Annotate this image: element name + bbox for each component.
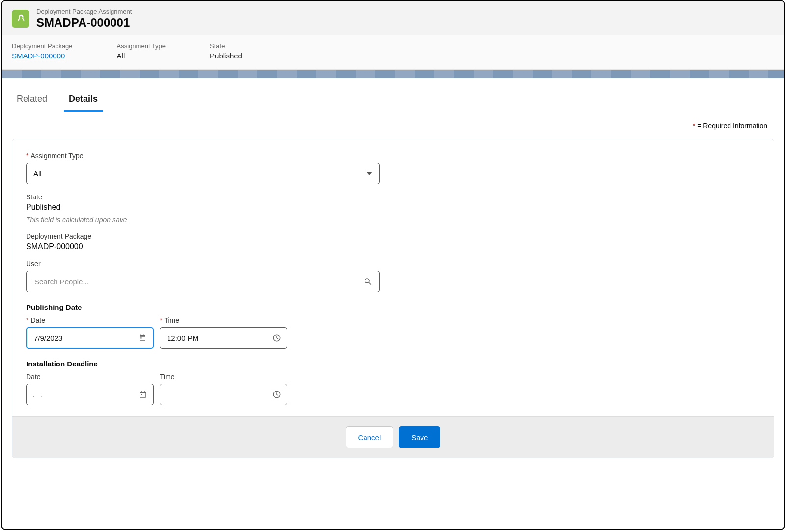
required-note: * = Required Information (2, 112, 784, 133)
dpkg-value: SMADP-000000 (26, 242, 380, 251)
hl-state-value: Published (210, 52, 242, 60)
hl-dpkg-link[interactable]: SMADP-000000 (12, 52, 65, 60)
assignment-type-select[interactable]: All (26, 163, 380, 184)
inst-date-input[interactable]: . . (26, 384, 154, 405)
state-value: Published (26, 203, 380, 212)
object-label: Deployment Package Assignment (36, 8, 132, 16)
pub-time-field[interactable] (166, 334, 272, 343)
inst-time-label: Time (160, 373, 287, 381)
details-card: *Assignment Type All State Published Thi… (12, 139, 774, 458)
pub-date-label: *Date (26, 316, 154, 324)
page-header: Deployment Package Assignment SMADPA-000… (2, 1, 784, 35)
inst-date-label: Date (26, 373, 154, 381)
hl-dpkg-label: Deployment Package (12, 42, 73, 50)
clock-icon[interactable] (272, 334, 281, 342)
clock-icon[interactable] (272, 390, 281, 399)
form-footer: Cancel Save (12, 416, 774, 458)
chevron-down-icon (366, 172, 372, 175)
inst-time-input[interactable] (160, 384, 287, 405)
calendar-icon[interactable] (138, 334, 147, 342)
record-type-icon (12, 10, 29, 28)
tab-bar: Related Details (2, 87, 784, 112)
pub-time-label: *Time (160, 316, 287, 324)
user-search-input[interactable] (33, 277, 364, 286)
svg-line-1 (369, 283, 371, 285)
hl-atype-value: All (117, 52, 166, 60)
dpkg-label: Deployment Package (26, 232, 380, 240)
inst-date-placeholder: . . (32, 391, 44, 398)
pub-date-input[interactable] (26, 327, 154, 349)
search-icon (364, 277, 372, 286)
pub-time-input[interactable] (160, 327, 287, 349)
tab-details[interactable]: Details (64, 87, 103, 112)
svg-point-0 (365, 279, 369, 283)
save-button[interactable]: Save (399, 426, 440, 448)
hl-atype-label: Assignment Type (117, 42, 166, 50)
user-search[interactable] (26, 271, 380, 292)
highlights-bar: Deployment Package SMADP-000000 Assignme… (2, 35, 784, 70)
pub-date-field[interactable] (33, 334, 138, 343)
decorative-ribbon (2, 70, 784, 78)
install-deadline-section: Installation Deadline (26, 360, 760, 368)
user-label: User (26, 260, 380, 268)
hl-state-label: State (210, 42, 242, 50)
inst-time-field[interactable] (166, 390, 272, 399)
state-label: State (26, 193, 380, 201)
cancel-button[interactable]: Cancel (346, 426, 393, 448)
publishing-date-section: Publishing Date (26, 303, 760, 311)
state-hint: This field is calculated upon save (26, 216, 380, 224)
assignment-type-label: *Assignment Type (26, 152, 380, 160)
assignment-type-value: All (33, 169, 42, 178)
record-title: SMADPA-000001 (36, 16, 132, 30)
tab-related[interactable]: Related (12, 87, 52, 112)
calendar-icon[interactable] (139, 390, 147, 399)
